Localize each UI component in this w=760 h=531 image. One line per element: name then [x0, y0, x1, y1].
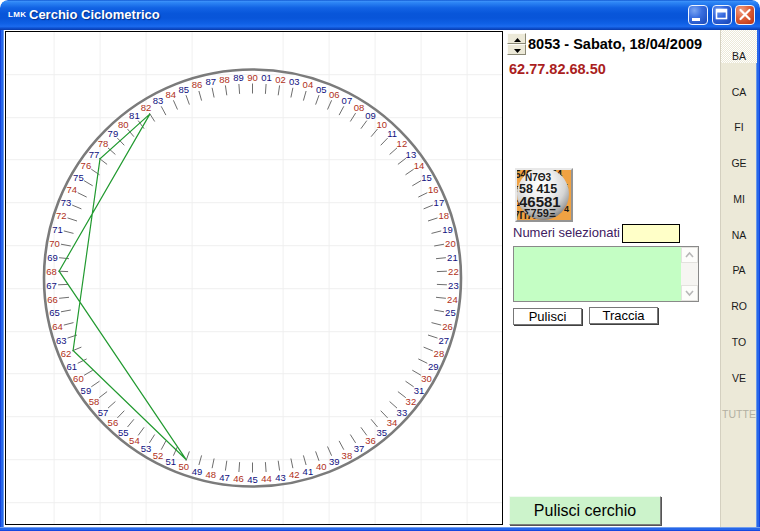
svg-text:79: 79	[108, 128, 119, 139]
svg-text:37: 37	[354, 443, 365, 454]
svg-text:54: 54	[129, 435, 140, 446]
svg-text:03: 03	[289, 76, 300, 87]
svg-text:87: 87	[205, 76, 216, 87]
svg-text:25: 25	[445, 307, 456, 318]
svg-text:57: 57	[98, 407, 109, 418]
svg-text:21: 21	[447, 252, 458, 263]
svg-text:04: 04	[303, 79, 314, 90]
svg-text:10: 10	[376, 119, 387, 130]
svg-text:43: 43	[275, 472, 286, 483]
svg-text:33: 33	[397, 407, 408, 418]
svg-text:47: 47	[219, 472, 230, 483]
svg-text:55: 55	[118, 427, 129, 438]
svg-text:06: 06	[329, 89, 340, 100]
svg-text:41: 41	[303, 466, 314, 477]
svg-text:64: 64	[52, 321, 63, 332]
svg-text:73: 73	[61, 197, 72, 208]
svg-text:71: 71	[52, 224, 63, 235]
svg-text:39: 39	[329, 456, 340, 467]
svg-text:56: 56	[108, 417, 119, 428]
svg-text:28: 28	[434, 348, 445, 359]
svg-text:13: 13	[406, 149, 417, 160]
svg-text:29: 29	[428, 361, 439, 372]
svg-text:46: 46	[233, 473, 244, 484]
svg-text:31: 31	[414, 385, 425, 396]
svg-text:24: 24	[447, 294, 458, 305]
svg-text:50: 50	[179, 461, 190, 472]
svg-text:66: 66	[47, 294, 58, 305]
svg-text:86: 86	[192, 79, 203, 90]
svg-text:67: 67	[46, 280, 57, 291]
svg-text:27: 27	[438, 335, 449, 346]
svg-text:53: 53	[141, 443, 152, 454]
svg-text:08: 08	[354, 102, 365, 113]
svg-text:69: 69	[47, 252, 58, 263]
svg-text:17: 17	[434, 197, 445, 208]
svg-text:32: 32	[406, 396, 417, 407]
svg-text:11: 11	[387, 128, 397, 139]
svg-text:63: 63	[56, 335, 67, 346]
svg-text:07: 07	[342, 95, 353, 106]
svg-text:62: 62	[61, 348, 72, 359]
svg-text:26: 26	[442, 321, 453, 332]
svg-text:51: 51	[165, 456, 176, 467]
svg-text:40: 40	[316, 461, 327, 472]
svg-text:90: 90	[247, 72, 258, 83]
svg-text:83: 83	[153, 95, 164, 106]
svg-text:23: 23	[448, 280, 459, 291]
svg-text:30: 30	[421, 373, 432, 384]
svg-text:85: 85	[179, 84, 190, 95]
svg-text:01: 01	[261, 72, 272, 83]
svg-text:77: 77	[89, 149, 100, 160]
svg-text:74: 74	[67, 184, 78, 195]
svg-text:75: 75	[73, 172, 84, 183]
svg-text:38: 38	[342, 450, 353, 461]
svg-text:70: 70	[49, 238, 60, 249]
svg-text:02: 02	[275, 74, 286, 85]
svg-text:65: 65	[49, 307, 60, 318]
svg-text:81: 81	[129, 110, 140, 121]
svg-text:35: 35	[376, 427, 387, 438]
svg-text:22: 22	[448, 266, 459, 277]
svg-text:60: 60	[73, 373, 84, 384]
svg-text:52: 52	[153, 450, 164, 461]
svg-text:59: 59	[81, 385, 92, 396]
svg-text:84: 84	[165, 89, 176, 100]
svg-text:61: 61	[67, 361, 78, 372]
svg-text:45: 45	[247, 474, 258, 485]
svg-text:18: 18	[438, 210, 449, 221]
svg-text:88: 88	[219, 74, 230, 85]
svg-text:58: 58	[89, 396, 100, 407]
svg-text:19: 19	[442, 224, 453, 235]
svg-text:68: 68	[46, 266, 57, 277]
svg-text:34: 34	[387, 417, 398, 428]
svg-text:82: 82	[141, 102, 152, 113]
svg-text:89: 89	[233, 72, 244, 83]
svg-text:72: 72	[56, 210, 67, 221]
svg-text:76: 76	[81, 160, 92, 171]
svg-text:12: 12	[397, 138, 408, 149]
svg-text:15: 15	[421, 172, 432, 183]
svg-text:48: 48	[205, 469, 216, 480]
svg-text:44: 44	[261, 473, 272, 484]
svg-text:36: 36	[365, 435, 376, 446]
svg-text:09: 09	[365, 110, 376, 121]
svg-text:80: 80	[118, 119, 129, 130]
svg-text:14: 14	[414, 160, 425, 171]
svg-text:49: 49	[192, 466, 203, 477]
svg-text:78: 78	[98, 138, 109, 149]
svg-text:16: 16	[428, 184, 439, 195]
svg-text:42: 42	[289, 469, 300, 480]
svg-text:05: 05	[316, 84, 327, 95]
svg-text:20: 20	[445, 238, 456, 249]
